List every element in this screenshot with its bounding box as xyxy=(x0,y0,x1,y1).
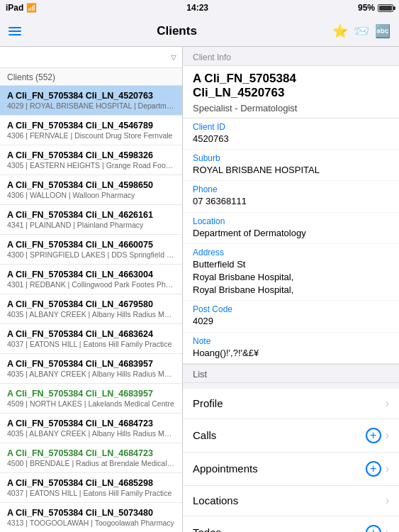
client-item-name: A Cli_FN_5705384 Cli_LN_4679580 xyxy=(7,299,175,309)
info-value: ROYAL BRISBANE HOSPITAL xyxy=(193,164,389,177)
sort-icon[interactable]: 🔤 xyxy=(375,23,390,39)
client-item-name: A Cli_FN_5705384 Cli_LN_4683957 xyxy=(7,359,175,369)
chevron-right-icon: › xyxy=(386,462,389,475)
add-button[interactable]: + xyxy=(366,428,381,443)
client-item[interactable]: A Cli_FN_5705384 Cli_LN_4663004 4301 | R… xyxy=(0,265,182,294)
info-label: Client ID xyxy=(193,122,389,132)
list-row[interactable]: Calls +› xyxy=(183,419,399,453)
client-item[interactable]: A Cli_FN_5705384 Cli_LN_4683957 4035 | A… xyxy=(0,354,182,384)
client-item-name: A Cli_FN_5705384 Cli_LN_4684723 xyxy=(7,419,175,428)
client-item[interactable]: A Cli_FN_5705384 Cli_LN_4684723 4035 | A… xyxy=(0,414,182,443)
client-item[interactable]: A Cli_FN_5705384 Cli_LN_4684723 4500 | B… xyxy=(0,443,182,473)
list-row[interactable]: Locations › xyxy=(183,486,399,516)
list-row-label: Todos xyxy=(193,526,366,532)
list-row-actions: › xyxy=(386,494,389,507)
menu-button[interactable] xyxy=(9,27,21,35)
chevron-right-icon: › xyxy=(386,397,389,410)
client-item[interactable]: A Cli_FN_5705384 Cli_LN_4683624 4037 | E… xyxy=(0,324,182,354)
client-item[interactable]: A Cli_FN_5705384 Cli_LN_4598650 4306 | W… xyxy=(0,175,182,205)
client-item-details: 4300 | SPRINGFIELD LAKES | DDS Springfie… xyxy=(7,250,175,259)
client-item-details: 4035 | ALBANY CREEK | Albany Hills Radiu… xyxy=(7,429,175,438)
nav-bar: Clients ⭐ 📨 🔤 xyxy=(0,16,399,47)
left-panel: ▿ Clients (552) A Cli_FN_5705384 Cli_LN_… xyxy=(0,47,183,532)
list-row-actions: › xyxy=(386,397,389,410)
client-item-name: A Cli_FN_5705384 Cli_LN_4626161 xyxy=(7,210,175,220)
list-row[interactable]: Todos +› xyxy=(183,516,399,532)
client-item-details: 4313 | TOOGOOLAWAH | Toogoolawah Pharmac… xyxy=(7,519,175,527)
info-label: Location xyxy=(193,216,389,226)
list-row[interactable]: Appointments +› xyxy=(183,453,399,486)
mail-icon[interactable]: 📨 xyxy=(354,23,369,39)
list-row[interactable]: Profile › xyxy=(183,389,399,419)
client-item-name: A Cli_FN_5705384 Cli_LN_4663004 xyxy=(7,270,175,279)
status-bar: iPad 📶 14:23 95% xyxy=(0,0,399,16)
client-item-name: A Cli_FN_5705384 Cli_LN_4520763 xyxy=(7,91,175,101)
list-row-actions: +› xyxy=(366,428,389,443)
client-item-details: 4306 | FERNVALE | Discount Drug Store Fe… xyxy=(7,131,175,140)
chevron-right-icon: › xyxy=(386,494,389,507)
info-label: Address xyxy=(193,248,389,257)
clients-list[interactable]: A Cli_FN_5705384 Cli_LN_4520763 4029 | R… xyxy=(0,86,182,532)
info-label: Phone xyxy=(193,184,389,194)
info-value: 4520763 xyxy=(193,133,389,145)
filter-icon[interactable]: ▿ xyxy=(171,50,176,64)
nav-left xyxy=(9,27,21,35)
client-item-details: 4035 | ALBANY CREEK | Albany Hills Radiu… xyxy=(7,370,175,378)
clients-header: Clients (552) xyxy=(0,68,182,86)
client-item-name: A Cli_FN_5705384 Cli_LN_4546789 xyxy=(7,121,175,131)
client-item-name: A Cli_FN_5705384 Cli_LN_4683957 xyxy=(7,389,175,399)
info-row: Post Code 4029 xyxy=(183,301,399,332)
client-item[interactable]: A Cli_FN_5705384 Cli_LN_4546789 4306 | F… xyxy=(0,116,182,145)
star-icon[interactable]: ⭐ xyxy=(332,23,348,39)
info-row: Location Department of Dermatology xyxy=(183,213,399,244)
client-name: A Cli_FN_5705384 Cli_LN_4520763 xyxy=(183,66,399,103)
list-section: Profile › Calls +› Appointments +› Locat… xyxy=(183,389,399,532)
list-row-label: Appointments xyxy=(193,462,366,475)
client-item-details: 4500 | BRENDALE | Radius at Brendale Med… xyxy=(7,459,175,467)
client-item[interactable]: A Cli_FN_5705384 Cli_LN_4685298 4037 | E… xyxy=(0,473,182,503)
add-button[interactable]: + xyxy=(366,525,381,532)
right-panel: Client Info A Cli_FN_5705384 Cli_LN_4520… xyxy=(183,47,399,532)
client-item[interactable]: A Cli_FN_5705384 Cli_LN_4679580 4035 | A… xyxy=(0,294,182,324)
client-item-name: A Cli_FN_5705384 Cli_LN_4684723 xyxy=(7,448,175,458)
client-item-details: 4305 | EASTERN HEIGHTS | Grange Road Foo… xyxy=(7,161,175,170)
status-right: 95% xyxy=(358,3,393,13)
client-info-section-label: Client Info xyxy=(183,47,399,66)
client-item-details: 4301 | REDBANK | Collingwood Park Footes… xyxy=(7,280,175,289)
info-row: Suburb ROYAL BRISBANE HOSPITAL xyxy=(183,150,399,181)
client-item[interactable]: A Cli_FN_5705384 Cli_LN_4598326 4305 | E… xyxy=(0,145,182,175)
list-section-header: List xyxy=(183,364,399,383)
client-item[interactable]: A Cli_FN_5705384 Cli_LN_4660075 4300 | S… xyxy=(0,235,182,265)
chevron-right-icon: › xyxy=(386,429,389,442)
time-label: 14:23 xyxy=(186,3,208,13)
info-value: 07 36368111 xyxy=(193,195,389,208)
info-row: Client ID 4520763 xyxy=(183,118,399,150)
client-item[interactable]: A Cli_FN_5705384 Cli_LN_4626161 4341 | P… xyxy=(0,205,182,235)
list-row-label: Calls xyxy=(193,429,366,441)
client-item[interactable]: A Cli_FN_5705384 Cli_LN_5073480 4313 | T… xyxy=(0,503,182,532)
info-section: Client ID 4520763 Suburb ROYAL BRISBANE … xyxy=(183,118,399,364)
client-item-details: 4306 | WALLOON | Walloon Pharmacy xyxy=(7,191,175,199)
client-item-details: 4037 | EATONS HILL | Eatons Hill Family … xyxy=(7,340,175,348)
client-item-details: 4341 | PLAINLAND | Plainland Pharmacy xyxy=(7,221,175,229)
client-item-name: A Cli_FN_5705384 Cli_LN_5073480 xyxy=(7,508,175,518)
info-value: Butterfield StRoyal Brisbane Hospital,Ro… xyxy=(193,258,389,297)
status-left: iPad 📶 xyxy=(6,3,37,13)
client-item-details: 4035 | ALBANY CREEK | Albany Hills Radiu… xyxy=(7,310,175,318)
info-value: 4029 xyxy=(193,315,389,328)
info-row: Address Butterfield StRoyal Brisbane Hos… xyxy=(183,244,399,301)
nav-right: ⭐ 📨 🔤 xyxy=(332,23,390,39)
info-value: Hoang()!',?!'&£¥ xyxy=(193,347,389,360)
info-value: Department of Dermatology xyxy=(193,227,389,240)
list-row-actions: +› xyxy=(366,461,389,477)
client-item[interactable]: A Cli_FN_5705384 Cli_LN_4520763 4029 | R… xyxy=(0,86,182,116)
add-button[interactable]: + xyxy=(366,461,381,477)
nav-title: Clients xyxy=(157,24,197,38)
filter-bar: ▿ xyxy=(0,47,182,68)
main-layout: ▿ Clients (552) A Cli_FN_5705384 Cli_LN_… xyxy=(0,47,399,532)
battery-icon xyxy=(378,4,393,12)
info-row: Phone 07 36368111 xyxy=(183,181,399,212)
info-label: Suburb xyxy=(193,153,389,163)
client-item[interactable]: A Cli_FN_5705384 Cli_LN_4683957 4509 | N… xyxy=(0,384,182,414)
chevron-right-icon: › xyxy=(386,526,389,532)
